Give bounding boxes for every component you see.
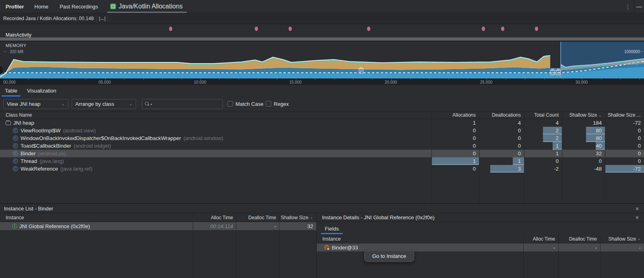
chevron-down-icon: ⌄: [62, 102, 65, 106]
zoom-to-fit-icon[interactable]: |↔|: [99, 16, 105, 21]
search-input[interactable]: ▾: [142, 99, 223, 109]
value-cell: 0: [431, 127, 479, 134]
memory-axis-tick: [4, 51, 6, 52]
sort-descending-icon: ⌄: [599, 113, 602, 117]
instance-row[interactable]: JNI Global Reference (0x2f0e) 00:14.114 …: [0, 222, 316, 230]
kebab-menu-icon[interactable]: ⋮: [622, 3, 634, 10]
class-row[interactable]: CWindowOnBackInvokedDispatcher$OnBackInv…: [0, 134, 644, 142]
tab-visualization[interactable]: Visualization: [22, 85, 61, 97]
axis-tick: [258, 78, 258, 80]
alloc-time-value: 00:14.114: [193, 223, 236, 229]
value-cell: 0: [562, 157, 605, 165]
class-row[interactable]: CViewRootImpl$W(android.view)002800: [0, 127, 644, 134]
col-shallow-size-delta[interactable]: Shallow Size ...: [605, 111, 644, 119]
event-dot[interactable]: [255, 27, 258, 31]
profiler-window: Profiler Home Past Recordings Java/Kotli…: [0, 0, 644, 278]
col-instance[interactable]: Instance: [317, 236, 523, 242]
axis-tick: [315, 78, 315, 80]
close-icon[interactable]: ✕: [630, 215, 644, 220]
class-table-header: Class Name Allocations Deallocations Tot…: [0, 111, 644, 119]
event-dot[interactable]: [169, 27, 172, 31]
axis-tick: [468, 78, 468, 80]
axis-tick: [162, 78, 163, 80]
panel-divider[interactable]: [316, 213, 317, 278]
value-cell: 1: [431, 119, 479, 127]
col-total-count[interactable]: Total Count: [524, 111, 562, 119]
axis-label: 15.000: [289, 80, 302, 84]
class-row[interactable]: CWeakReference(java.lang.ref)03-2-48-72: [0, 165, 644, 173]
class-name: Toast$CallbackBinder: [21, 143, 71, 149]
arrange-select[interactable]: Arrange by class ⌄: [72, 99, 136, 109]
value-cell: 1: [524, 142, 562, 150]
axis-tick: [429, 78, 430, 80]
axis-tick: [334, 78, 334, 80]
alloc-time-value: -: [523, 245, 558, 251]
time-axis: 00.00005.00010.00015.00020.00025.00030.0…: [0, 78, 644, 85]
package-name: (android.widget): [74, 143, 111, 149]
activity-lifetime-bar[interactable]: [0, 37, 644, 41]
value-cell: -2: [524, 165, 562, 173]
tab-table[interactable]: Table: [0, 85, 22, 97]
hide-window-icon[interactable]: —: [634, 3, 644, 10]
class-icon: C: [13, 159, 18, 164]
value-cell: 0: [479, 127, 524, 134]
axis-tick: [544, 78, 545, 80]
col-shallow-size[interactable]: Shallow Size ⌄: [562, 111, 605, 119]
axis-label: 30.000: [576, 80, 588, 84]
regex-label: Regex: [274, 101, 289, 107]
col-alloc-time[interactable]: Alloc Time: [193, 215, 236, 220]
class-icon: C: [13, 151, 18, 156]
event-dot[interactable]: [535, 27, 538, 31]
class-row[interactable]: JNI heap144184-72: [0, 119, 644, 127]
tab-java-kotlin-allocations[interactable]: Java/Kotlin Allocations: [105, 0, 188, 13]
col-dealloc-time[interactable]: Dealloc Time: [558, 236, 600, 242]
value-cell: 32: [562, 150, 605, 157]
col-class-name[interactable]: Class Name: [0, 111, 431, 119]
class-icon: C: [13, 136, 18, 141]
class-name: Thread: [21, 158, 37, 164]
axis-label: 25.000: [480, 80, 493, 84]
value-cell: 0: [605, 127, 644, 134]
col-instance[interactable]: Instance: [0, 215, 193, 220]
value-cell: 0: [524, 157, 562, 165]
tab-fields[interactable]: Fields: [325, 223, 339, 234]
tab-home[interactable]: Home: [31, 4, 56, 10]
heap-select[interactable]: View JNI heap ⌄: [3, 99, 68, 109]
class-row[interactable]: CToast$CallbackBinder(android.widget)001…: [0, 142, 644, 150]
axis-label: 10.000: [194, 80, 206, 84]
package-name: (android.os): [38, 150, 66, 157]
value-cell: 1: [431, 157, 479, 165]
axis-tick: [601, 78, 602, 80]
col-shallow-size[interactable]: Shallow Size ⌄: [600, 236, 644, 242]
tab-past-recordings[interactable]: Past Recordings: [56, 4, 105, 10]
value-cell: -48: [562, 165, 605, 173]
event-dot[interactable]: [367, 27, 370, 31]
regex-checkbox[interactable]: [266, 101, 271, 107]
class-name: WindowOnBackInvokedDispatcher$OnBackInvo…: [21, 135, 181, 141]
go-to-instance-tooltip[interactable]: Go to Instance: [364, 250, 414, 262]
instance-list-header: Instance Alloc Time Dealloc Time Shallow…: [0, 213, 316, 222]
value-cell: 0: [431, 150, 479, 157]
col-alloc-time[interactable]: Alloc Time: [523, 236, 558, 242]
event-timeline[interactable]: [0, 24, 644, 33]
col-dealloc-time[interactable]: Dealloc Time: [236, 215, 279, 220]
class-table: Class Name Allocations Deallocations Tot…: [0, 111, 644, 203]
col-shallow-size[interactable]: Shallow Size ⌄: [279, 215, 316, 220]
event-dot[interactable]: [289, 27, 292, 31]
match-case-checkbox[interactable]: [227, 101, 233, 107]
event-dot[interactable]: [482, 27, 485, 31]
col-deallocations[interactable]: Deallocations: [479, 111, 524, 119]
close-icon[interactable]: ✕: [630, 206, 644, 212]
axis-tick: [353, 78, 353, 80]
axis-label: 05.000: [99, 80, 111, 84]
axis-tick: [372, 78, 373, 80]
class-icon: C: [13, 143, 18, 148]
axis-tick: [86, 78, 86, 80]
class-row[interactable]: CThread(java.lang)11000: [0, 157, 644, 165]
class-row[interactable]: CBinder(android.os)001320: [0, 150, 644, 157]
axis-tick: [525, 78, 525, 80]
memory-chart[interactable]: MEMORY 320 MB 1000000 900000: [0, 41, 644, 78]
event-dot[interactable]: [501, 27, 504, 31]
instance-details-panel: Instance Details - JNI Global Reference …: [317, 213, 644, 278]
col-allocations[interactable]: Allocations: [431, 111, 479, 119]
